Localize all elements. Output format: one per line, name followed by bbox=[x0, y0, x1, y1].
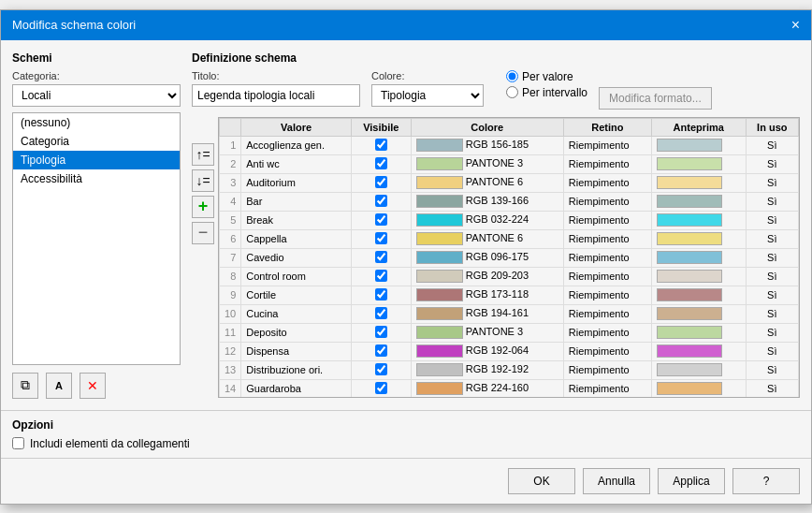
radio-per-valore-label[interactable]: Per valore bbox=[506, 70, 587, 83]
preview-swatch bbox=[657, 157, 722, 170]
th-anteprima: Anteprima bbox=[651, 118, 746, 136]
row-colore: RGB 192-192 bbox=[411, 360, 563, 379]
row-visibile[interactable] bbox=[351, 286, 411, 304]
row-colore: RGB 224-160 bbox=[411, 379, 563, 398]
row-in-uso: Sì bbox=[746, 323, 798, 342]
add-row-button[interactable]: + bbox=[192, 196, 214, 218]
color-swatch bbox=[416, 307, 463, 320]
row-in-uso: Sì bbox=[746, 360, 798, 379]
row-anteprima bbox=[651, 323, 746, 342]
remove-row-button[interactable]: − bbox=[192, 222, 214, 244]
duplicate-button[interactable]: ⧉ bbox=[12, 373, 38, 399]
preview-swatch bbox=[657, 326, 722, 339]
table-row[interactable]: 2Anti wc PANTONE 3RiempimentoSì bbox=[220, 154, 799, 173]
row-number: 9 bbox=[220, 286, 241, 304]
row-retino: Riempimento bbox=[563, 136, 651, 154]
table-row[interactable]: 7Cavedio RGB 096-175RiempimentoSì bbox=[220, 248, 799, 267]
row-visibile[interactable] bbox=[351, 379, 411, 398]
modify-format-button[interactable]: Modifica formato... bbox=[599, 87, 712, 110]
radio-per-valore[interactable] bbox=[506, 70, 518, 82]
include-links-label[interactable]: Includi elementi da collegamenti bbox=[30, 437, 190, 450]
row-valore: Dispensa bbox=[241, 342, 352, 360]
row-visibile[interactable] bbox=[351, 136, 411, 154]
table-row[interactable]: 8Control room RGB 209-203RiempimentoSì bbox=[220, 267, 799, 286]
row-anteprima bbox=[651, 379, 746, 398]
row-in-uso: Sì bbox=[746, 286, 798, 304]
schema-list[interactable]: (nessuno) Categoria Tipologia Accessibil… bbox=[12, 112, 181, 365]
table-row[interactable]: 3Auditorium PANTONE 6RiempimentoSì bbox=[220, 173, 799, 192]
color-table: Valore Visibile Colore Retino Anteprima … bbox=[219, 118, 799, 398]
row-visibile[interactable] bbox=[351, 342, 411, 360]
list-item-nessuno[interactable]: (nessuno) bbox=[13, 113, 180, 132]
row-visibile[interactable] bbox=[351, 229, 411, 248]
row-visibile[interactable] bbox=[351, 248, 411, 267]
category-select[interactable]: Locali bbox=[12, 84, 181, 107]
preview-swatch bbox=[657, 288, 722, 301]
row-colore: RGB 139-166 bbox=[411, 192, 563, 211]
annulla-button[interactable]: Annulla bbox=[583, 468, 650, 494]
help-button[interactable]: ? bbox=[732, 468, 800, 494]
row-retino: Riempimento bbox=[563, 229, 651, 248]
row-number: 3 bbox=[220, 173, 241, 192]
radio-per-intervallo-label[interactable]: Per intervallo bbox=[506, 86, 587, 99]
row-colore: RGB 156-185 bbox=[411, 136, 563, 154]
row-visibile[interactable] bbox=[351, 192, 411, 211]
table-row[interactable]: 14Guardaroba RGB 224-160RiempimentoSì bbox=[220, 379, 799, 398]
list-item-accessibilita[interactable]: Accessibilità bbox=[13, 169, 180, 188]
row-anteprima bbox=[651, 192, 746, 211]
color-table-container[interactable]: Valore Visibile Colore Retino Anteprima … bbox=[218, 117, 800, 398]
row-in-uso: Sì bbox=[746, 154, 798, 173]
table-row[interactable]: 9Cortile RGB 173-118RiempimentoSì bbox=[220, 286, 799, 304]
table-row[interactable]: 11Deposito PANTONE 3RiempimentoSì bbox=[220, 323, 799, 342]
sort-down-button[interactable]: ↓= bbox=[192, 169, 214, 192]
row-anteprima bbox=[651, 173, 746, 192]
options-label: Opzioni bbox=[12, 418, 800, 432]
row-number: 4 bbox=[220, 192, 241, 211]
preview-swatch bbox=[657, 382, 722, 395]
list-item-tipologia[interactable]: Tipologia bbox=[13, 151, 180, 169]
row-valore: Cortile bbox=[241, 286, 352, 304]
applica-button[interactable]: Applica bbox=[658, 468, 725, 494]
row-in-uso: Sì bbox=[746, 304, 798, 323]
ok-button[interactable]: OK bbox=[508, 468, 575, 494]
sort-buttons: ↑= ↓= + − bbox=[192, 117, 214, 398]
row-visibile[interactable] bbox=[351, 211, 411, 229]
row-visibile[interactable] bbox=[351, 304, 411, 323]
row-visibile[interactable] bbox=[351, 154, 411, 173]
row-retino: Riempimento bbox=[563, 248, 651, 267]
table-row[interactable]: 10Cucina RGB 194-161RiempimentoSì bbox=[220, 304, 799, 323]
row-visibile[interactable] bbox=[351, 267, 411, 286]
preview-swatch bbox=[657, 251, 722, 264]
row-anteprima bbox=[651, 248, 746, 267]
table-body: 1Accoglienza gen. RGB 156-185Riempimento… bbox=[220, 136, 799, 398]
row-visibile[interactable] bbox=[351, 173, 411, 192]
th-valore: Valore bbox=[241, 118, 352, 136]
table-row[interactable]: 6Cappella PANTONE 6RiempimentoSì bbox=[220, 229, 799, 248]
right-panel: Definizione schema Titolo: Colore: Tipol… bbox=[192, 51, 800, 399]
table-row[interactable]: 13Distribuzione ori. RGB 192-192Riempime… bbox=[220, 360, 799, 379]
th-num bbox=[220, 118, 241, 136]
table-row[interactable]: 12Dispensa RGB 192-064RiempimentoSì bbox=[220, 342, 799, 360]
table-row[interactable]: 5Break RGB 032-224RiempimentoSì bbox=[220, 211, 799, 229]
color-swatch bbox=[416, 251, 463, 264]
text-button[interactable]: A bbox=[46, 373, 72, 399]
row-in-uso: Sì bbox=[746, 192, 798, 211]
include-links-checkbox[interactable] bbox=[12, 437, 24, 449]
row-valore: Deposito bbox=[241, 323, 352, 342]
row-visibile[interactable] bbox=[351, 360, 411, 379]
row-colore: RGB 096-175 bbox=[411, 248, 563, 267]
sort-up-button[interactable]: ↑= bbox=[192, 143, 214, 166]
table-row[interactable]: 4Bar RGB 139-166RiempimentoSì bbox=[220, 192, 799, 211]
close-button[interactable]: × bbox=[791, 18, 800, 33]
radio-per-intervallo[interactable] bbox=[506, 86, 518, 98]
title-input[interactable] bbox=[192, 84, 360, 107]
delete-button[interactable]: ✕ bbox=[80, 373, 106, 399]
th-colore: Colore bbox=[411, 118, 563, 136]
table-row[interactable]: 1Accoglienza gen. RGB 156-185Riempimento… bbox=[220, 136, 799, 154]
list-item-categoria[interactable]: Categoria bbox=[13, 132, 180, 151]
row-visibile[interactable] bbox=[351, 323, 411, 342]
category-label: Categoria: bbox=[12, 70, 181, 81]
color-select[interactable]: Tipologia bbox=[371, 84, 484, 107]
row-valore: Control room bbox=[241, 267, 352, 286]
row-number: 2 bbox=[220, 154, 241, 173]
